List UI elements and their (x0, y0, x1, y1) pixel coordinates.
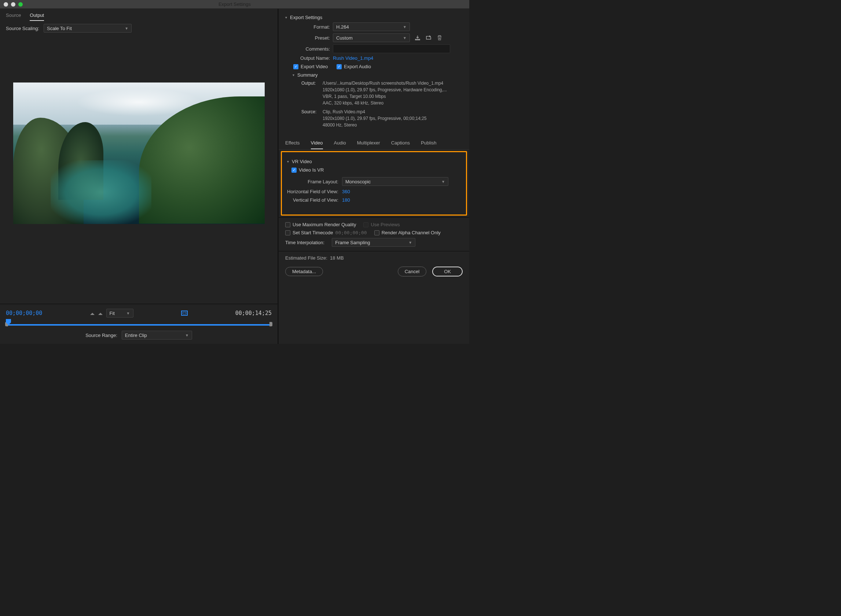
cancel-button[interactable]: Cancel (398, 267, 426, 276)
video-preview (13, 82, 265, 224)
timeline-controls: 00;00;00;00 Fit ▼ 00;00;14;25 (0, 304, 277, 344)
source-scaling-label: Source Scaling: (6, 26, 39, 31)
chevron-down-icon: ▼ (126, 311, 130, 315)
source-scaling-value: Scale To Fit (47, 26, 72, 31)
window-title: Export Settings (218, 1, 251, 7)
source-range-label: Source Range: (85, 333, 117, 338)
time-interpolation-dropdown[interactable]: Frame Sampling ▼ (332, 238, 415, 247)
maximize-window-icon[interactable] (18, 2, 23, 7)
export-video-checkbox[interactable]: ✓ Export Video (293, 64, 328, 69)
ok-button[interactable]: OK (432, 267, 463, 276)
tab-effects[interactable]: Effects (285, 137, 300, 149)
preset-label: Preset: (293, 35, 333, 41)
chevron-down-icon: ▼ (403, 25, 407, 29)
chevron-down-icon: ▾ (287, 160, 289, 164)
output-name-link[interactable]: Rush Video_1.mp4 (333, 55, 373, 61)
video-is-vr-checkbox[interactable]: ✓ Video Is VR (292, 167, 461, 173)
vr-video-header[interactable]: ▾ VR Video (287, 159, 461, 164)
output-name-label: Output Name: (293, 55, 333, 61)
preset-dropdown[interactable]: Custom ▼ (333, 33, 410, 42)
aspect-ratio-button[interactable] (181, 311, 188, 316)
start-timecode-value: 00;00;00;00 (336, 230, 367, 235)
chevron-down-icon: ▼ (125, 26, 128, 31)
format-dropdown[interactable]: H.264 ▼ (333, 22, 410, 31)
hfov-value[interactable]: 360 (342, 189, 350, 194)
use-previews-checkbox: Use Previews (363, 222, 400, 227)
frame-layout-dropdown[interactable]: Monoscopic ▼ (342, 177, 448, 186)
comments-input[interactable] (333, 44, 450, 53)
estimated-size-value: 18 MB (330, 255, 344, 261)
set-start-timecode-checkbox[interactable]: Set Start Timecode 00;00;00;00 (285, 230, 367, 235)
zoom-fit-dropdown[interactable]: Fit ▼ (106, 309, 133, 318)
vfov-value[interactable]: 180 (342, 197, 350, 203)
settings-panel: ▾ Export Settings Format: H.264 ▼ Preset… (278, 9, 469, 344)
window-controls (4, 2, 23, 7)
tab-source[interactable]: Source (6, 12, 21, 21)
tab-publish[interactable]: Publish (421, 137, 437, 149)
summary-header[interactable]: ▾ Summary (293, 72, 463, 78)
set-out-point-icon[interactable] (98, 311, 103, 315)
delete-preset-icon[interactable] (436, 35, 443, 41)
check-icon: ✓ (292, 167, 297, 173)
chevron-down-icon: ▼ (441, 180, 445, 184)
summary-output-label: Output: (301, 80, 322, 106)
hfov-label: Horizontal Field of View: (287, 189, 342, 194)
max-render-quality-checkbox[interactable]: Use Maximum Render Quality (285, 222, 356, 227)
summary-output-lines: /Users/...kuma/Desktop/Rush screenshots/… (322, 80, 447, 106)
preview-panel: Source Output Source Scaling: Scale To F… (0, 9, 278, 344)
save-preset-icon[interactable] (414, 35, 421, 41)
titlebar: Export Settings (0, 0, 469, 9)
source-scaling-dropdown[interactable]: Scale To Fit ▼ (44, 24, 132, 33)
vr-video-section: ▾ VR Video ✓ Video Is VR Frame Layout: M… (281, 151, 467, 216)
timecode-in[interactable]: 00;00;00;00 (6, 310, 42, 317)
chevron-down-icon: ▾ (293, 73, 294, 77)
close-window-icon[interactable] (4, 2, 8, 7)
chevron-down-icon: ▾ (285, 15, 287, 19)
format-label: Format: (293, 24, 333, 30)
tab-captions[interactable]: Captions (391, 137, 410, 149)
checkbox-empty-icon (285, 230, 290, 235)
checkbox-empty-icon (285, 222, 290, 227)
check-icon: ✓ (293, 64, 299, 69)
import-preset-icon[interactable] (425, 35, 432, 41)
minimize-window-icon[interactable] (11, 2, 15, 7)
export-settings-header[interactable]: ▾ Export Settings (285, 15, 463, 20)
time-interpolation-label: Time Interpolation: (285, 240, 324, 245)
timecode-out: 00;00;14;25 (235, 310, 272, 317)
metadata-button[interactable]: Metadata... (285, 267, 323, 276)
timeline-slider[interactable] (6, 320, 272, 328)
tab-audio[interactable]: Audio (334, 137, 346, 149)
chevron-down-icon: ▼ (409, 241, 412, 245)
vfov-label: Vertical Field of View: (287, 197, 342, 203)
chevron-down-icon: ▼ (403, 36, 407, 40)
tab-video[interactable]: Video (311, 137, 323, 149)
export-audio-checkbox[interactable]: ✓ Export Audio (337, 64, 371, 69)
check-icon: ✓ (337, 64, 342, 69)
estimated-size-label: Estimated File Size: (285, 255, 327, 261)
chevron-down-icon: ▼ (185, 333, 189, 337)
tab-output[interactable]: Output (30, 12, 44, 21)
summary-source-lines: Clip, Rush Video.mp4 1920x1080 (1.0), 29… (322, 109, 447, 128)
set-in-point-icon[interactable] (90, 311, 95, 315)
render-alpha-checkbox[interactable]: Render Alpha Channel Only (374, 230, 441, 235)
frame-layout-label: Frame Layout: (287, 179, 342, 185)
checkbox-empty-icon (363, 222, 368, 227)
tab-multiplexer[interactable]: Multiplexer (357, 137, 380, 149)
checkbox-empty-icon (374, 230, 379, 235)
source-range-dropdown[interactable]: Entire Clip ▼ (122, 331, 192, 340)
comments-label: Comments: (293, 46, 333, 52)
summary-source-label: Source: (301, 109, 322, 128)
